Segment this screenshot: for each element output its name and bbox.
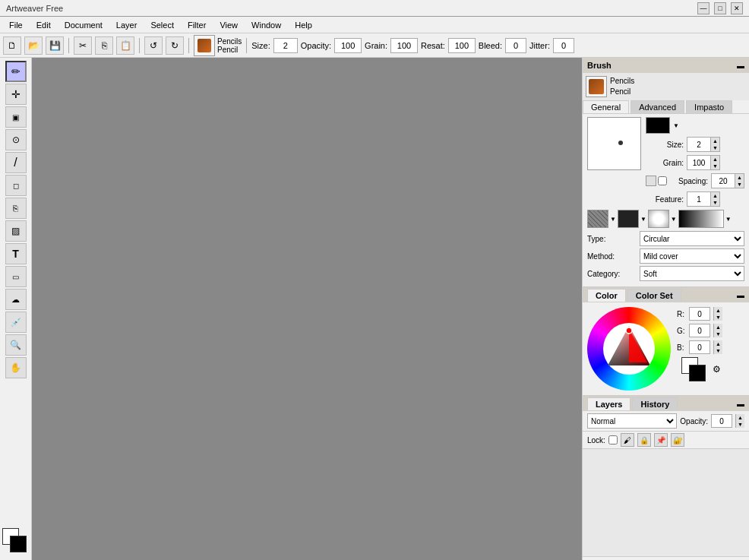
texture-thumb-1[interactable] [587, 210, 608, 228]
color-wheel[interactable] [587, 307, 671, 391]
texture-arrow-4[interactable]: ▼ [725, 216, 732, 223]
method-select[interactable]: Mild cover [640, 248, 744, 264]
feature-down-button[interactable]: ▼ [710, 199, 719, 206]
grain-input[interactable] [390, 38, 418, 53]
size-down-button[interactable]: ▼ [710, 144, 719, 151]
r-down-button[interactable]: ▼ [713, 314, 722, 321]
color-picker-arrow[interactable]: ▼ [673, 122, 679, 129]
texture-thumb-3[interactable] [648, 210, 669, 228]
grain-spinner-input[interactable] [687, 156, 710, 169]
color-wheel-inner[interactable] [603, 323, 655, 375]
layers-panel-collapse[interactable]: ▬ [737, 400, 744, 408]
foreground-color-swatch[interactable] [10, 536, 27, 552]
color-extra-button[interactable]: ⚙ [709, 362, 724, 377]
brush-panel-collapse[interactable]: ▬ [737, 62, 744, 70]
save-button[interactable]: 💾 [46, 36, 64, 55]
opacity-input[interactable] [334, 38, 362, 53]
shape-tool[interactable]: ▭ [5, 266, 27, 287]
blend-mode-select[interactable]: Normal [587, 413, 677, 429]
g-down-button[interactable]: ▼ [713, 331, 722, 337]
menu-item-file[interactable]: File [3, 19, 29, 31]
close-button[interactable]: ✕ [731, 2, 743, 14]
color-tab-colorset[interactable]: Color Set [627, 289, 681, 302]
selection-tool[interactable]: ▣ [5, 106, 27, 128]
lock-position-button[interactable]: 📌 [654, 433, 668, 447]
maximize-button[interactable]: □ [714, 2, 726, 14]
clone-tool[interactable]: ⎘ [5, 198, 27, 219]
spacing-down-button[interactable]: ▼ [735, 181, 744, 188]
pencil-tool[interactable]: ✏ [5, 61, 27, 82]
opacity-down-button[interactable]: ▼ [735, 421, 744, 428]
lasso-tool[interactable]: ⊙ [5, 129, 27, 150]
texture-gradient[interactable] [678, 210, 724, 228]
b-up-button[interactable]: ▲ [713, 340, 722, 347]
menu-item-view[interactable]: View [213, 19, 244, 31]
redo-button[interactable]: ↻ [166, 36, 184, 55]
g-up-button[interactable]: ▲ [713, 324, 722, 331]
menu-item-document[interactable]: Document [58, 19, 109, 31]
g-input[interactable] [689, 324, 710, 337]
lock-all-button[interactable]: 🔐 [671, 433, 684, 447]
b-input[interactable] [689, 340, 710, 354]
color-wheel-container[interactable] [587, 307, 671, 391]
tab-impasto[interactable]: Impasto [686, 100, 732, 113]
opacity-up-button[interactable]: ▲ [735, 414, 744, 421]
text-tool[interactable]: T [5, 243, 27, 264]
jitter-input[interactable] [553, 38, 574, 53]
color-tab-color[interactable]: Color [587, 289, 626, 302]
eyedropper-tool[interactable]: 💉 [5, 312, 27, 333]
texture-arrow-1[interactable]: ▼ [610, 216, 616, 223]
color-triangle-svg[interactable] [603, 323, 655, 375]
lock-checkbox[interactable] [608, 435, 618, 445]
menu-item-edit[interactable]: Edit [30, 19, 57, 31]
size-spinner-input[interactable] [687, 138, 710, 151]
spacing-checkbox[interactable] [658, 176, 667, 185]
fill-tool[interactable]: ▨ [5, 220, 27, 242]
canvas-area[interactable] [32, 58, 582, 560]
tab-advanced[interactable]: Advanced [630, 100, 684, 113]
layer-list[interactable] [583, 449, 749, 556]
tab-history[interactable]: History [632, 397, 678, 410]
brush-thumb[interactable] [586, 76, 607, 97]
brush-tool[interactable]: / [5, 152, 27, 173]
texture-arrow-3[interactable]: ▼ [671, 216, 677, 223]
menu-item-select[interactable]: Select [144, 19, 180, 31]
menu-item-window[interactable]: Window [245, 19, 287, 31]
size-up-button[interactable]: ▲ [710, 138, 719, 144]
canvas[interactable] [36, 62, 578, 560]
new-button[interactable]: 🗋 [3, 36, 21, 55]
grain-down-button[interactable]: ▼ [710, 163, 719, 169]
lock-paint-button[interactable]: 🔒 [637, 433, 651, 447]
zoom-tool[interactable]: 🔍 [5, 334, 27, 356]
fg-swatch[interactable] [689, 365, 706, 381]
paste-button[interactable]: 📋 [116, 36, 134, 55]
b-down-button[interactable]: ▼ [713, 347, 722, 354]
undo-button[interactable]: ↺ [144, 36, 163, 55]
resat-input[interactable] [448, 38, 476, 53]
opacity-input[interactable] [711, 414, 732, 428]
feature-up-button[interactable]: ▲ [710, 192, 719, 199]
tab-layers[interactable]: Layers [587, 397, 630, 410]
size-input[interactable] [273, 38, 298, 53]
spacing-up-button[interactable]: ▲ [735, 174, 744, 181]
menu-item-help[interactable]: Help [289, 19, 318, 31]
category-select[interactable]: Soft [640, 266, 744, 281]
menu-item-filter[interactable]: Filter [182, 19, 212, 31]
texture-arrow-2[interactable]: ▼ [640, 216, 646, 223]
move-tool[interactable]: ✛ [5, 84, 27, 105]
smudge-tool[interactable]: ☁ [5, 289, 27, 310]
color-panel-collapse[interactable]: ▬ [737, 291, 744, 299]
menu-item-layer[interactable]: Layer [110, 19, 144, 31]
spacing-spinner-input[interactable] [712, 174, 735, 188]
r-input[interactable] [689, 307, 710, 321]
cut-button[interactable]: ✂ [74, 36, 92, 55]
dual-swatch[interactable] [681, 357, 706, 381]
minimize-button[interactable]: — [697, 2, 709, 14]
type-select[interactable]: Circular [640, 231, 744, 246]
hand-tool[interactable]: ✋ [5, 357, 27, 378]
grain-up-button[interactable]: ▲ [710, 156, 719, 163]
feature-spinner-input[interactable] [687, 192, 710, 206]
color-picker-button[interactable] [646, 117, 670, 134]
brush-thumbnail[interactable] [194, 35, 215, 56]
copy-button[interactable]: ⎘ [95, 36, 113, 55]
